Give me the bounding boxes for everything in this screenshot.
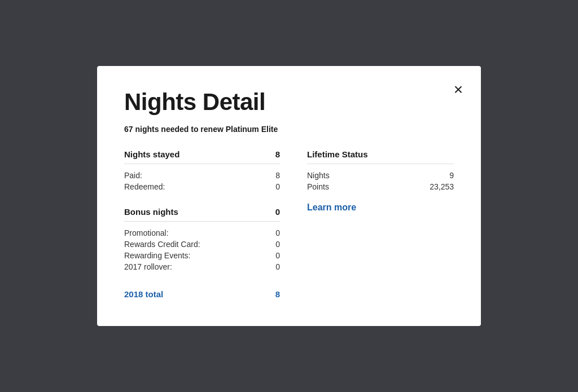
rollover-row: 2017 rollover: 0 [124, 262, 280, 271]
total-value: 8 [275, 289, 280, 299]
rollover-value: 0 [275, 262, 280, 271]
total-row: 2018 total 8 [124, 287, 280, 299]
paid-value: 8 [275, 171, 280, 180]
rewards-credit-card-row: Rewards Credit Card: 0 [124, 240, 280, 249]
lifetime-nights-row: Nights 9 [307, 171, 454, 180]
lifetime-nights-value: 9 [449, 171, 454, 180]
nights-stayed-value: 8 [275, 149, 280, 159]
learn-more-link[interactable]: Learn more [307, 202, 356, 213]
close-button[interactable]: × [454, 82, 463, 98]
lifetime-status-header: Lifetime Status [307, 149, 454, 164]
bonus-nights-label: Bonus nights [124, 207, 178, 217]
bonus-nights-header: Bonus nights 0 [124, 207, 280, 222]
redeemed-label: Redeemed: [124, 182, 165, 191]
rewarding-events-label: Rewarding Events: [124, 251, 191, 260]
right-column: Lifetime Status Nights 9 Points 23,253 L… [298, 149, 454, 299]
paid-row: Paid: 8 [124, 171, 280, 180]
total-label: 2018 total [124, 289, 163, 299]
rewarding-events-row: Rewarding Events: 0 [124, 251, 280, 260]
lifetime-nights-label: Nights [307, 171, 330, 180]
rewards-credit-card-value: 0 [275, 240, 280, 249]
modal-title: Nights Detail [124, 89, 454, 116]
nights-stayed-label: Nights stayed [124, 149, 179, 159]
rewards-credit-card-label: Rewards Credit Card: [124, 240, 200, 249]
bonus-nights-value: 0 [275, 207, 280, 217]
redeemed-value: 0 [275, 182, 280, 191]
redeemed-row: Redeemed: 0 [124, 182, 280, 191]
rewarding-events-value: 0 [275, 251, 280, 260]
promotional-value: 0 [275, 228, 280, 237]
promotional-row: Promotional: 0 [124, 228, 280, 237]
promotional-label: Promotional: [124, 228, 169, 237]
left-column: Nights stayed 8 Paid: 8 Redeemed: 0 Bonu… [124, 149, 280, 299]
nights-stayed-header: Nights stayed 8 [124, 149, 280, 164]
lifetime-points-value: 23,253 [430, 182, 454, 191]
content-grid: Nights stayed 8 Paid: 8 Redeemed: 0 Bonu… [124, 149, 454, 299]
modal-subtitle: 67 nights needed to renew Platinum Elite [124, 125, 454, 134]
nights-detail-modal: × Nights Detail 67 nights needed to rene… [97, 66, 481, 326]
lifetime-points-row: Points 23,253 [307, 182, 454, 191]
lifetime-status-label: Lifetime Status [307, 149, 368, 159]
bonus-nights-section: Bonus nights 0 Promotional: 0 Rewards Cr… [124, 207, 280, 271]
lifetime-points-label: Points [307, 182, 329, 191]
rollover-label: 2017 rollover: [124, 262, 172, 271]
paid-label: Paid: [124, 171, 142, 180]
